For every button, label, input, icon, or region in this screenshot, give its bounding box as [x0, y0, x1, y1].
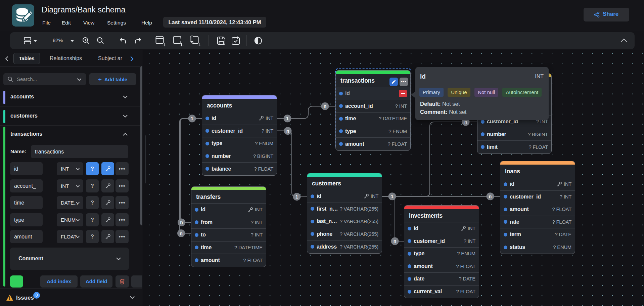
svg-text:n: n — [324, 103, 327, 109]
svg-text:n: n — [394, 238, 397, 244]
svg-text:n: n — [489, 194, 492, 199]
svg-text:1: 1 — [391, 194, 394, 199]
svg-text:1: 1 — [191, 116, 193, 121]
svg-text:n: n — [180, 220, 183, 225]
svg-text:1: 1 — [286, 116, 289, 121]
svg-text:n: n — [286, 128, 289, 134]
svg-text:n: n — [180, 231, 183, 236]
svg-text:1: 1 — [295, 194, 298, 200]
svg-text:n: n — [464, 119, 467, 125]
